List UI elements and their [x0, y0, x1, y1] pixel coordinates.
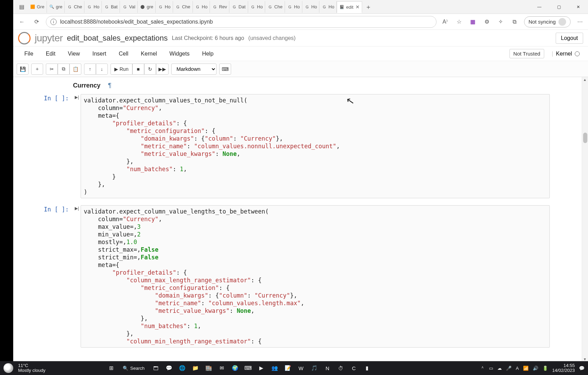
browser-tab[interactable]: ⬤gre [138, 1, 156, 13]
taskbar-app[interactable]: 🏬 [204, 363, 213, 373]
new-tab-button[interactable]: ＋ [362, 1, 375, 13]
browser-tab-active[interactable]: 📓 edit ✕ [337, 1, 362, 13]
tray-display-icon[interactable]: ▭ [489, 366, 493, 371]
browser-tab[interactable]: GHo [302, 1, 320, 13]
taskbar-app[interactable]: 🌐 [177, 363, 187, 373]
browser-tab[interactable]: GHo [248, 1, 266, 13]
kernel-indicator[interactable]: | Kernel [548, 49, 583, 58]
cell-collapser-icon[interactable]: ▶| [73, 94, 81, 198]
url-input[interactable]: i localhost:8888/notebooks/edit_boat_sal… [46, 16, 436, 28]
close-tab-icon[interactable]: ✕ [356, 4, 360, 10]
taskbar-app[interactable]: 🌍 [230, 363, 240, 373]
taskbar-app[interactable]: 📁 [190, 363, 200, 373]
menu-insert[interactable]: Insert [86, 51, 113, 57]
code-input[interactable]: validator.expect_column_values_to_not_be… [81, 94, 550, 198]
add-cell-button[interactable]: ＋ [31, 64, 43, 75]
cut-button[interactable]: ✂ [46, 64, 58, 75]
paste-button[interactable]: 📋 [70, 64, 81, 75]
menu-kernel[interactable]: Kernel [134, 51, 163, 57]
move-down-button[interactable]: ↓ [96, 64, 108, 75]
tab-actions-icon[interactable]: ▤ [15, 1, 28, 13]
taskbar-app[interactable]: 👥 [270, 363, 279, 373]
tray-lang-icon[interactable]: A [516, 366, 519, 371]
markdown-cell[interactable]: Currency ¶ [41, 77, 582, 91]
command-palette-button[interactable]: ⌨ [219, 64, 231, 75]
notebook-title[interactable]: edit_boat_sales_expectations [67, 34, 168, 43]
scroll-down-icon[interactable]: ▼ [583, 357, 587, 361]
interrupt-button[interactable]: ■ [132, 64, 144, 75]
restart-run-all-button[interactable]: ▶▶ [156, 64, 169, 75]
taskbar-app[interactable]: ⌨ [243, 363, 253, 373]
cell-type-select[interactable]: Markdown [171, 64, 217, 75]
taskbar-app[interactable]: C [349, 363, 359, 373]
taskbar-app[interactable]: ⊞ [107, 363, 116, 373]
extensions-icon[interactable]: ⚙ [482, 17, 491, 26]
tray-mic-icon[interactable]: 🎤 [506, 366, 512, 371]
menu-help[interactable]: Help [196, 51, 220, 57]
run-button[interactable]: ▶ Run [111, 64, 132, 75]
sync-button[interactable]: Not syncing [524, 16, 571, 27]
browser-tab[interactable]: 🟧Gre [28, 1, 47, 13]
taskbar-app[interactable]: ▮ [362, 363, 372, 373]
code-cell[interactable]: In [ ]: ▶| validator.expect_column_value… [41, 205, 550, 348]
browser-tab[interactable]: GDat [229, 1, 248, 13]
clock[interactable]: 14:55 14/02/2023 [552, 363, 575, 373]
taskbar-app[interactable]: ▶ [256, 363, 266, 373]
cell-collapser-icon[interactable]: ▶| [73, 205, 81, 348]
taskbar-app[interactable]: 🎵 [309, 363, 319, 373]
jupyter-logo-icon[interactable] [18, 32, 31, 44]
code-input[interactable]: validator.expect_column_value_lengths_to… [81, 205, 550, 348]
browser-tab[interactable]: GHo [285, 1, 302, 13]
tray-chevron-icon[interactable]: ＾ [480, 365, 485, 371]
taskbar-search[interactable]: 🔍Search [120, 366, 147, 371]
weather-widget[interactable]: 11°C Mostly cloudy [18, 363, 46, 373]
taskbar-app[interactable]: 🗔 [151, 363, 161, 373]
browser-tab[interactable]: GHo [84, 1, 102, 13]
close-window-button[interactable]: ✕ [569, 0, 588, 14]
taskbar-app[interactable]: 📝 [283, 363, 293, 373]
favorite-icon[interactable]: ☆ [455, 17, 464, 26]
save-button[interactable]: 💾 [17, 64, 28, 75]
taskbar-app[interactable]: W [296, 363, 306, 373]
browser-tab[interactable]: GChe [265, 1, 285, 13]
taskbar-app[interactable]: ✉ [217, 363, 227, 373]
tray-volume-icon[interactable]: 🔊 [533, 366, 538, 371]
scroll-up-icon[interactable]: ▲ [583, 78, 587, 82]
browser-tab[interactable]: GHo [156, 1, 173, 13]
onenote-icon[interactable]: ▦ [468, 17, 477, 26]
browser-tab[interactable]: GHo [319, 1, 337, 13]
anchor-icon[interactable]: ¶ [108, 82, 112, 89]
copy-button[interactable]: ⧉ [58, 64, 70, 75]
tray-onedrive-icon[interactable]: ☁ [497, 366, 502, 371]
taskbar-app[interactable]: ⏱ [336, 363, 345, 373]
logout-button[interactable]: Logout [556, 33, 583, 44]
back-button[interactable]: ← [17, 17, 27, 27]
browser-tab[interactable]: GChe [65, 1, 84, 13]
notifications-icon[interactable]: 💬 [579, 366, 585, 371]
scroll-thumb[interactable] [583, 133, 587, 143]
tray-wifi-icon[interactable]: 📶 [523, 366, 529, 371]
browser-tab[interactable]: GBat [102, 1, 120, 13]
restart-button[interactable]: ↻ [144, 64, 156, 75]
move-up-button[interactable]: ↑ [84, 64, 96, 75]
browser-tab[interactable]: GChe [173, 1, 193, 13]
site-info-icon[interactable]: i [50, 19, 57, 25]
refresh-button[interactable]: ⟳ [31, 17, 42, 27]
notebook-area[interactable]: Currency ¶ In [ ]: ▶| validator.expect_c… [13, 77, 582, 362]
maximize-button[interactable]: ▢ [549, 0, 569, 14]
menu-view[interactable]: View [62, 51, 86, 57]
taskbar-app[interactable]: 💬 [164, 363, 174, 373]
browser-tab[interactable]: GVal [120, 1, 138, 13]
browser-tab[interactable]: GHo [193, 1, 210, 13]
trusted-indicator[interactable]: Not Trusted [509, 49, 544, 58]
vertical-scrollbar[interactable]: ▲ ▼ [582, 77, 588, 362]
favorites-bar-icon[interactable]: ✧ [496, 17, 505, 26]
taskbar-app[interactable]: N [322, 363, 332, 373]
code-cell[interactable]: In [ ]: ▶| validator.expect_column_value… [41, 94, 550, 198]
menu-file[interactable]: File [18, 51, 40, 57]
menu-cell[interactable]: Cell [113, 51, 135, 57]
collections-icon[interactable]: ⧉ [510, 17, 519, 26]
weather-icon[interactable] [3, 363, 13, 373]
read-aloud-icon[interactable]: A⁾ [441, 17, 450, 26]
menu-edit[interactable]: Edit [40, 51, 62, 57]
